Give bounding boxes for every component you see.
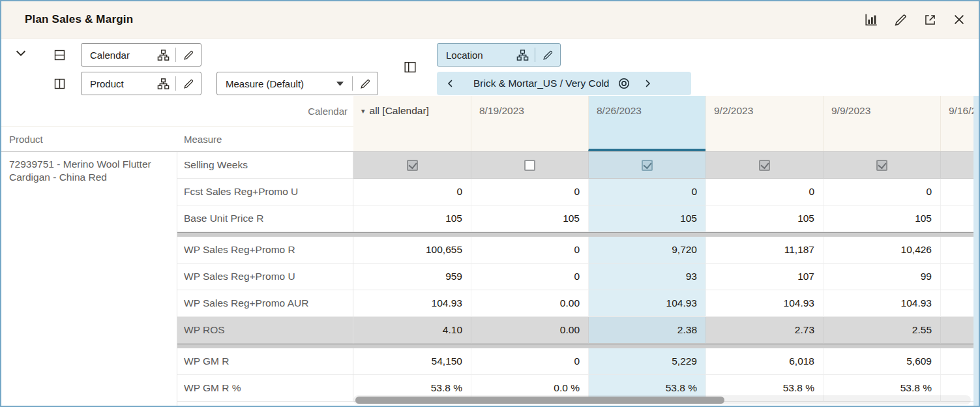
grid-cell[interactable]: 54,150 <box>353 348 471 375</box>
vertical-scrollbar[interactable] <box>973 96 979 406</box>
grid-cell[interactable]: 959 <box>353 264 471 290</box>
chevron-down-icon[interactable] <box>333 76 347 91</box>
horizontal-scrollbar[interactable] <box>353 395 971 404</box>
measure-edit-icon[interactable] <box>358 76 372 91</box>
calendar-axis-control[interactable]: Calendar <box>81 43 201 67</box>
grid-cell[interactable]: 0 <box>588 179 705 205</box>
calendar-hierarchy-icon[interactable] <box>156 48 170 62</box>
column-collapse-caret-icon[interactable]: ▾ <box>361 107 365 115</box>
measure-profile-dropdown[interactable]: Measure (Default) <box>216 72 378 95</box>
grid-cell[interactable]: 0 <box>353 179 471 205</box>
location-edit-icon[interactable] <box>541 48 555 62</box>
checkbox-checked[interactable] <box>407 160 418 171</box>
calendar-edit-icon[interactable] <box>181 48 196 62</box>
grid-cell[interactable]: 105 <box>588 205 705 232</box>
grid-cell[interactable]: 93 <box>588 264 705 290</box>
measure-row-label[interactable]: Fcst Sales Reg+Promo U <box>177 179 353 205</box>
row-axis-icon[interactable] <box>52 48 67 62</box>
grid-cell[interactable]: 105 <box>823 205 940 232</box>
row-header-labels: Product Measure <box>1 127 353 152</box>
horizontal-scrollbar-thumb[interactable] <box>355 397 724 404</box>
grid-cell[interactable]: 107 <box>705 264 823 290</box>
chart-icon[interactable] <box>863 12 879 27</box>
selling-weeks-cell[interactable] <box>823 152 940 179</box>
edit-icon[interactable] <box>893 12 908 27</box>
grid-row: WP GM R54,15005,2296,0185,609 <box>177 348 979 375</box>
product-row-header[interactable]: 72939751 - Merino Wool Flutter Cardigan … <box>1 152 177 184</box>
product-hierarchy-icon[interactable] <box>156 76 170 91</box>
page-axis-icon[interactable] <box>403 60 417 74</box>
grid-cell[interactable]: 0 <box>471 179 588 205</box>
grid-cell[interactable]: 0.00 <box>471 290 588 317</box>
grid-cell[interactable]: 2.55 <box>823 317 940 344</box>
grid-cell[interactable]: 104.93 <box>588 290 705 317</box>
grid-cell[interactable]: 0.00 <box>471 317 588 344</box>
grid-cell[interactable]: 0 <box>471 237 588 264</box>
close-icon[interactable] <box>951 12 967 27</box>
measure-row-label[interactable]: WP Sales Reg+Promo AUR <box>177 290 353 317</box>
grid-cell[interactable]: 104.93 <box>705 290 823 317</box>
grid-cell[interactable]: 11,187 <box>705 237 823 264</box>
grid-cell[interactable]: 0 <box>471 348 588 375</box>
measure-row-label[interactable]: WP GM R % <box>177 375 353 402</box>
grid-cell[interactable]: 0 <box>823 179 940 205</box>
column-header[interactable]: ▾all [Calendar] <box>353 96 471 151</box>
grid-cell[interactable]: 2.38 <box>588 317 705 344</box>
measure-row-label[interactable]: WP Sales Reg+Promo R <box>177 237 353 264</box>
collapse-chevron-down-icon[interactable] <box>12 44 30 62</box>
grid-cell[interactable]: 5,229 <box>588 348 705 375</box>
grid-cell[interactable]: 105 <box>353 205 471 232</box>
selling-weeks-cell[interactable] <box>705 152 823 179</box>
location-axis-control[interactable]: Location <box>437 43 561 67</box>
product-edit-icon[interactable] <box>181 76 196 91</box>
grid-cell[interactable]: 5,609 <box>823 348 940 375</box>
grid-cell[interactable]: 105 <box>471 205 588 232</box>
column-header[interactable]: 9/9/2023 <box>823 96 940 151</box>
grid-cell[interactable]: 105 <box>705 205 823 232</box>
column-header-label: 9/2/2023 <box>714 105 753 117</box>
measure-row-label[interactable]: WP Sales Reg+Promo U <box>177 264 353 290</box>
column-header[interactable]: 8/26/2023 <box>588 96 705 151</box>
grid-cell[interactable]: 2.73 <box>705 317 823 344</box>
selling-weeks-cell[interactable] <box>588 152 705 179</box>
next-slice-chevron-right-icon[interactable] <box>640 76 655 91</box>
grid-cell[interactable]: 0 <box>471 264 588 290</box>
measure-row-label[interactable]: WP GM R <box>177 348 353 375</box>
grid-cell[interactable]: 104.93 <box>353 290 471 317</box>
product-axis-control[interactable]: Product <box>81 72 201 95</box>
column-header[interactable]: 9/2/2023 <box>705 96 823 151</box>
grid-cell[interactable]: 4.10 <box>353 317 471 344</box>
checkbox-checked[interactable] <box>642 160 653 171</box>
grid-cell[interactable]: 9,720 <box>588 237 705 264</box>
location-hierarchy-icon[interactable] <box>515 48 529 62</box>
measure-row-label[interactable]: Selling Weeks <box>177 152 353 179</box>
grid-body: Selling WeeksFcst Sales Reg+Promo U00000… <box>177 152 979 406</box>
location-axis-label: Location <box>446 50 510 61</box>
grid-cell[interactable]: 10,426 <box>823 237 940 264</box>
grid-cell[interactable]: 6,018 <box>705 348 823 375</box>
page-slice-navigator[interactable]: Brick & Mortar_US / Very Cold <box>437 72 691 95</box>
grid-row: WP Sales Reg+Promo AUR104.930.00104.9310… <box>177 290 979 317</box>
checkbox-unchecked[interactable] <box>524 160 535 171</box>
column-header[interactable]: 8/19/2023 <box>471 96 588 151</box>
previous-slice-chevron-left-icon[interactable] <box>443 76 458 91</box>
grid-cell[interactable]: 99 <box>823 264 940 290</box>
grid-cell[interactable]: 0 <box>705 179 823 205</box>
column-axis-icon[interactable] <box>52 76 67 91</box>
grid-row: Base Unit Price R105105105105105 <box>177 205 979 232</box>
grid-cell[interactable]: 100,655 <box>353 237 471 264</box>
selling-weeks-cell[interactable] <box>353 152 471 179</box>
checkbox-checked[interactable] <box>876 160 887 171</box>
target-icon[interactable] <box>617 76 631 91</box>
planning-workspace: Plan Sales & Margin Calendar <box>0 0 980 407</box>
column-header-label: 8/19/2023 <box>479 105 524 117</box>
selling-weeks-cell[interactable] <box>471 152 588 179</box>
column-header-label: all [Calendar] <box>370 105 429 117</box>
open-in-new-icon[interactable] <box>922 12 938 27</box>
measure-row-label[interactable]: Base Unit Price R <box>177 205 353 232</box>
grid-row: WP Sales Reg+Promo U95909310799 <box>177 264 979 290</box>
grid-cell[interactable]: 104.93 <box>823 290 940 317</box>
checkbox-checked[interactable] <box>759 160 770 171</box>
measure-row-label[interactable]: WP ROS <box>177 317 353 344</box>
axis-toolbar: Calendar Product Measure (Default) <box>1 38 979 96</box>
